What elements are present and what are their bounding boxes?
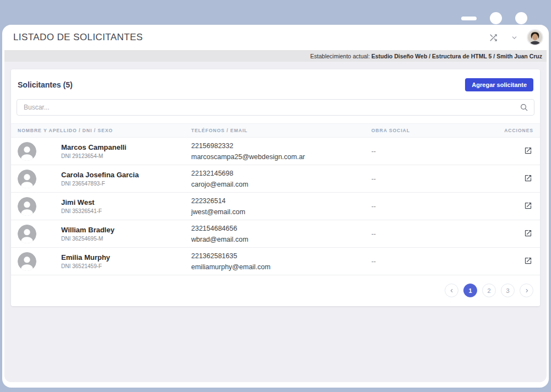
table-header-row: NOMBRE Y APELLIDO / DNI / SEXO TELÉFONOS… (11, 123, 540, 138)
minimize-button[interactable] (461, 17, 477, 20)
card-title: Solicitantes (5) (18, 80, 73, 89)
solicitantes-card: Solicitantes (5) Agregar solicitante NOM… (11, 69, 540, 306)
applicant-name: Marcos Campanelli (61, 143, 127, 151)
chevron-down-icon (511, 34, 518, 41)
applicant-dni: DNI 36521459-F (61, 263, 110, 269)
pagination-page-1[interactable]: 1 (463, 284, 477, 297)
table-row: Emilia Murphy DNI 36521459-F 22136258163… (11, 248, 540, 275)
open-applicant-button[interactable] (523, 145, 533, 156)
table-row: Marcos Campanelli DNI 29123654-M 2215698… (11, 138, 540, 165)
applicant-name: Jimi West (61, 198, 102, 206)
open-applicant-button[interactable] (523, 255, 533, 266)
pagination-next-button[interactable] (520, 284, 533, 297)
table-row: Carola Josefina Garcia DNI 236547893-F 2… (11, 165, 540, 193)
applicant-phone: 222326514 (191, 197, 371, 205)
breadcrumb-value: Estudio Diseño Web / Estructura de HTML … (371, 53, 542, 59)
applicant-obra-social: -- (371, 230, 484, 238)
column-header-telefonos: TELÉFONOS / EMAIL (191, 128, 371, 133)
person-cell: Emilia Murphy DNI 36521459-F (18, 252, 191, 271)
app-window: LISTADO DE SOLICITANTES Establecimiento … (2, 25, 549, 388)
applicant-phone: 22156982332 (191, 142, 371, 150)
applicant-obra-social: -- (371, 203, 484, 210)
applicant-name: Emilia Murphy (61, 253, 110, 262)
pagination: 1 2 3 (11, 275, 540, 303)
app-header: LISTADO DE SOLICITANTES (4, 25, 547, 50)
applicant-dni: DNI 29123654-M (61, 153, 127, 159)
table-row: William Bradley DNI 36254695-M 232154684… (11, 220, 540, 248)
applicant-obra-social: -- (371, 148, 484, 155)
content-area: Solicitantes (5) Agregar solicitante NOM… (4, 62, 547, 382)
open-applicant-button[interactable] (523, 173, 533, 183)
person-cell: Jimi West DNI 35326541-F (18, 197, 191, 216)
window-control-circle-1[interactable] (490, 12, 502, 24)
shuffle-button[interactable] (486, 30, 501, 45)
add-applicant-button[interactable]: Agregar solicitante (465, 78, 533, 91)
search-input[interactable] (17, 99, 534, 116)
user-avatar[interactable] (527, 29, 543, 46)
breadcrumb: Establecimiento actual: Estudio Diseño W… (4, 50, 547, 62)
person-avatar-icon (18, 142, 36, 161)
chevron-left-icon (449, 288, 455, 293)
column-header-nombre: NOMBRE Y APELLIDO / DNI / SEXO (18, 128, 191, 133)
user-menu-toggle[interactable] (509, 32, 520, 43)
open-in-new-icon (524, 202, 532, 210)
breadcrumb-label: Establecimiento actual: (310, 53, 371, 59)
applicant-obra-social: -- (371, 258, 484, 265)
applicant-name: Carola Josefina Garcia (61, 171, 139, 179)
pagination-prev-button[interactable] (445, 284, 458, 297)
pagination-page-2[interactable]: 2 (482, 284, 496, 297)
window-controls (461, 12, 527, 24)
open-in-new-icon (524, 146, 532, 155)
applicant-email: carojo@email.com (191, 181, 371, 188)
person-avatar-icon (18, 225, 36, 243)
chevron-right-icon (524, 288, 530, 293)
applicant-email: marcoscampa25@webdesign.com.ar (191, 153, 371, 161)
applicant-obra-social: -- (371, 175, 484, 183)
search-bar (17, 99, 534, 116)
column-header-acciones: ACCIONES (484, 128, 533, 133)
window-control-circle-2[interactable] (515, 12, 527, 24)
shuffle-icon (488, 32, 499, 43)
applicant-phone: 22132145698 (191, 170, 371, 178)
applicant-dni: DNI 236547893-F (61, 181, 139, 187)
applicant-dni: DNI 35326541-F (61, 208, 102, 214)
column-header-obra-social: OBRA SOCIAL (371, 128, 484, 133)
card-header: Solicitantes (5) Agregar solicitante (11, 69, 540, 99)
pagination-page-3[interactable]: 3 (501, 284, 515, 297)
person-avatar-icon (18, 252, 36, 271)
page-title: LISTADO DE SOLICITANTES (13, 32, 143, 43)
person-cell: Carola Josefina Garcia DNI 236547893-F (18, 170, 191, 188)
applicant-email: wbrad@email.com (191, 236, 371, 243)
applicant-phone: 232154684656 (191, 225, 371, 233)
person-cell: William Bradley DNI 36254695-M (18, 225, 191, 243)
person-cell: Marcos Campanelli DNI 29123654-M (18, 142, 191, 161)
applicant-email: emiliamurphy@email.com (191, 263, 371, 271)
open-in-new-icon (524, 257, 532, 265)
open-in-new-icon (524, 174, 532, 182)
person-avatar-icon (18, 170, 36, 188)
table-row: Jimi West DNI 35326541-F 222326514 jwest… (11, 193, 540, 220)
person-avatar-icon (18, 197, 36, 216)
applicant-phone: 221362581635 (191, 252, 371, 260)
applicant-name: William Bradley (61, 226, 115, 234)
search-icon[interactable] (520, 103, 528, 112)
open-applicant-button[interactable] (523, 228, 533, 238)
open-applicant-button[interactable] (523, 200, 533, 211)
open-in-new-icon (524, 229, 532, 237)
applicant-dni: DNI 36254695-M (61, 236, 115, 242)
applicant-email: jwest@email.com (191, 208, 371, 216)
